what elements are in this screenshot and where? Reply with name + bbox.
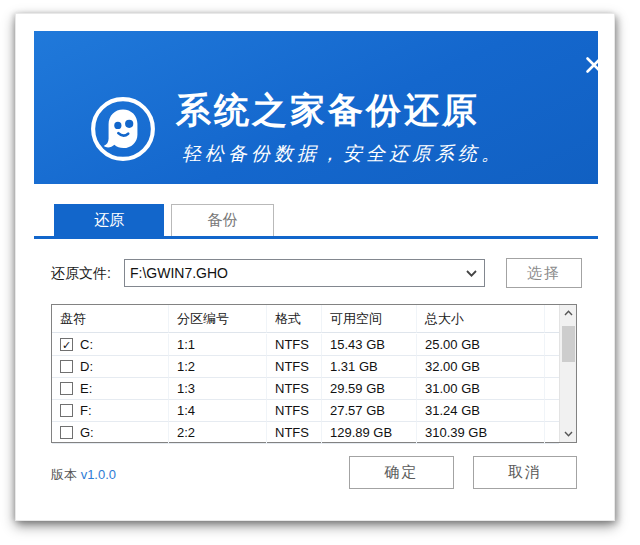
backup-restore-window: 系统之家备份还原 轻松备份数据，安全还原系统。 还原 备份 还原文件: F:\G… (15, 13, 615, 521)
table-row[interactable]: G:2:2NTFS129.89 GB310.39 GB (52, 422, 559, 444)
version-text: 版本 v1.0.0 (51, 466, 116, 484)
drive-checkbox[interactable]: ✓ (60, 338, 73, 351)
chevron-down-icon[interactable] (458, 270, 484, 277)
table-row[interactable]: D:1:2NTFS1.31 GB32.00 GB (52, 356, 559, 378)
total-size-cell: 310.39 GB (417, 422, 545, 444)
drive-letter: E: (80, 378, 92, 400)
column-header-format[interactable]: 格式 (267, 305, 322, 333)
table-row[interactable]: ✓C:1:1NTFS15.43 GB25.00 GB (52, 334, 559, 356)
ok-button[interactable]: 确定 (349, 456, 454, 489)
close-icon[interactable] (582, 53, 606, 77)
restore-file-label: 还原文件: (51, 265, 111, 283)
partition-number-cell: 2:2 (169, 422, 267, 444)
cancel-button[interactable]: 取消 (473, 456, 577, 489)
partition-number-cell: 1:2 (169, 356, 267, 378)
tab-restore[interactable]: 还原 (54, 204, 164, 236)
version-label: 版本 (51, 467, 77, 482)
drive-checkbox[interactable] (60, 426, 73, 439)
scroll-down-icon[interactable] (560, 426, 577, 442)
total-size-cell: 32.00 GB (417, 356, 545, 378)
format-cell: NTFS (267, 356, 322, 378)
column-header-total-size[interactable]: 总大小 (417, 305, 545, 333)
format-cell: NTFS (267, 422, 322, 444)
table-row[interactable]: F:1:4NTFS27.57 GB31.24 GB (52, 400, 559, 422)
drive-checkbox[interactable] (60, 360, 73, 373)
column-header-partition[interactable]: 分区编号 (169, 305, 267, 333)
total-size-cell: 31.24 GB (417, 400, 545, 422)
format-cell: NTFS (267, 334, 322, 356)
free-space-cell: 29.59 GB (322, 378, 417, 400)
partition-number-cell: 1:3 (169, 378, 267, 400)
column-header-drive[interactable]: 盘符 (52, 305, 169, 333)
drive-checkbox[interactable] (60, 382, 73, 395)
partition-table: 盘符 分区编号 格式 可用空间 总大小 ✓C:1:1NTFS15.43 GB25… (51, 304, 577, 443)
restore-file-value: F:\GWIN7.GHO (125, 265, 458, 281)
drive-letter: C: (80, 334, 93, 356)
table-row[interactable]: E:1:3NTFS29.59 GB31.00 GB (52, 378, 559, 400)
filler-cell (545, 400, 559, 422)
free-space-cell: 1.31 GB (322, 356, 417, 378)
tab-underline (34, 236, 598, 239)
scrollbar-thumb[interactable] (562, 326, 575, 362)
partition-number-cell: 1:1 (169, 334, 267, 356)
column-header-filler (545, 305, 559, 333)
version-number: v1.0.0 (81, 467, 116, 482)
free-space-cell: 129.89 GB (322, 422, 417, 444)
column-header-free-space[interactable]: 可用空间 (322, 305, 417, 333)
scroll-up-icon[interactable] (560, 305, 577, 321)
free-space-cell: 27.57 GB (322, 400, 417, 422)
table-header-row: 盘符 分区编号 格式 可用空间 总大小 (52, 305, 559, 333)
format-cell: NTFS (267, 400, 322, 422)
tab-backup[interactable]: 备份 (171, 204, 274, 236)
drive-letter: G: (80, 422, 94, 444)
restore-file-combobox[interactable]: F:\GWIN7.GHO (124, 259, 485, 287)
filler-cell (545, 378, 559, 400)
filler-cell (545, 422, 559, 444)
drive-letter: F: (80, 400, 92, 422)
app-header: 系统之家备份还原 轻松备份数据，安全还原系统。 (34, 31, 598, 184)
drive-checkbox[interactable] (60, 404, 73, 417)
app-subtitle: 轻松备份数据，安全还原系统。 (182, 141, 504, 167)
free-space-cell: 15.43 GB (322, 334, 417, 356)
table-body: ✓C:1:1NTFS15.43 GB25.00 GBD:1:2NTFS1.31 … (52, 334, 559, 442)
partition-number-cell: 1:4 (169, 400, 267, 422)
total-size-cell: 25.00 GB (417, 334, 545, 356)
filler-cell (545, 334, 559, 356)
filler-cell (545, 356, 559, 378)
table-scrollbar[interactable] (559, 305, 576, 442)
ghost-logo-icon (89, 95, 157, 163)
drive-letter: D: (80, 356, 93, 378)
total-size-cell: 31.00 GB (417, 378, 545, 400)
desktop-background: 系统之家备份还原 轻松备份数据，安全还原系统。 还原 备份 还原文件: F:\G… (0, 0, 640, 545)
app-title: 系统之家备份还原 (176, 87, 480, 134)
format-cell: NTFS (267, 378, 322, 400)
select-file-button[interactable]: 选择 (506, 258, 582, 288)
